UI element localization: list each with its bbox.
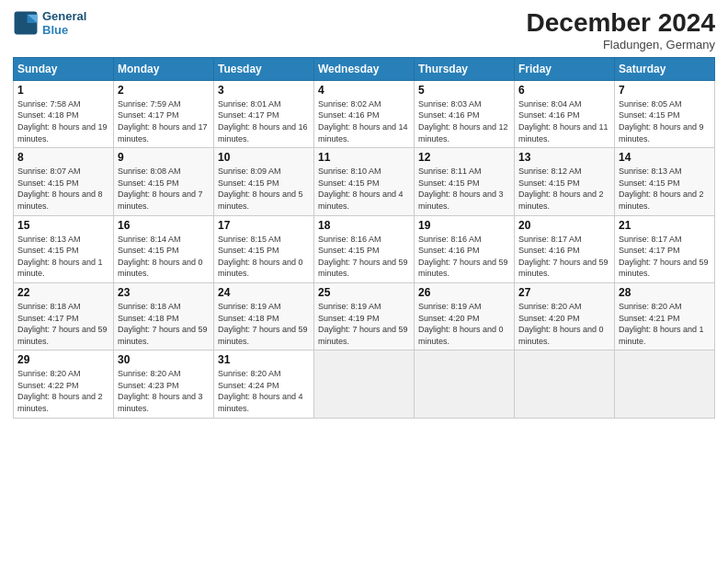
day-number: 3 bbox=[218, 84, 310, 97]
header-row: General Blue December 2024 Fladungen, Ge… bbox=[13, 9, 715, 52]
week-row-2: 8 Sunrise: 8:07 AM Sunset: 4:15 PM Dayli… bbox=[14, 148, 715, 215]
day-info: Sunrise: 8:17 AM Sunset: 4:16 PM Dayligh… bbox=[518, 234, 610, 280]
week-row-3: 15 Sunrise: 8:13 AM Sunset: 4:15 PM Dayl… bbox=[14, 215, 715, 282]
calendar-cell bbox=[314, 350, 415, 418]
day-number: 6 bbox=[518, 84, 610, 97]
day-number: 16 bbox=[118, 219, 210, 232]
day-number: 9 bbox=[118, 151, 210, 164]
day-info: Sunrise: 8:19 AM Sunset: 4:19 PM Dayligh… bbox=[318, 301, 410, 347]
day-info: Sunrise: 8:11 AM Sunset: 4:15 PM Dayligh… bbox=[418, 166, 510, 212]
calendar-cell: 24 Sunrise: 8:19 AM Sunset: 4:18 PM Dayl… bbox=[214, 282, 314, 350]
day-info: Sunrise: 8:14 AM Sunset: 4:15 PM Dayligh… bbox=[118, 234, 210, 280]
day-info: Sunrise: 8:19 AM Sunset: 4:18 PM Dayligh… bbox=[218, 301, 310, 347]
day-number: 15 bbox=[17, 219, 109, 232]
calendar-cell: 1 Sunrise: 7:58 AM Sunset: 4:18 PM Dayli… bbox=[14, 80, 114, 147]
day-info: Sunrise: 8:10 AM Sunset: 4:15 PM Dayligh… bbox=[318, 166, 410, 212]
week-row-4: 22 Sunrise: 8:18 AM Sunset: 4:17 PM Dayl… bbox=[14, 282, 715, 350]
day-number: 11 bbox=[318, 151, 410, 164]
calendar-cell: 6 Sunrise: 8:04 AM Sunset: 4:16 PM Dayli… bbox=[515, 80, 615, 147]
day-number: 2 bbox=[118, 84, 210, 97]
day-number: 25 bbox=[318, 286, 410, 299]
calendar-cell: 7 Sunrise: 8:05 AM Sunset: 4:15 PM Dayli… bbox=[615, 80, 715, 147]
logo: General Blue bbox=[13, 9, 86, 37]
day-number: 5 bbox=[418, 84, 510, 97]
day-info: Sunrise: 8:16 AM Sunset: 4:16 PM Dayligh… bbox=[418, 234, 510, 280]
day-number: 31 bbox=[218, 353, 310, 366]
day-info: Sunrise: 8:01 AM Sunset: 4:17 PM Dayligh… bbox=[218, 98, 310, 144]
calendar-cell: 10 Sunrise: 8:09 AM Sunset: 4:15 PM Dayl… bbox=[214, 148, 314, 215]
day-info: Sunrise: 8:17 AM Sunset: 4:17 PM Dayligh… bbox=[619, 234, 711, 280]
day-number: 24 bbox=[218, 286, 310, 299]
calendar-cell: 16 Sunrise: 8:14 AM Sunset: 4:15 PM Dayl… bbox=[114, 215, 214, 282]
calendar-cell: 5 Sunrise: 8:03 AM Sunset: 4:16 PM Dayli… bbox=[415, 80, 515, 147]
day-info: Sunrise: 8:18 AM Sunset: 4:18 PM Dayligh… bbox=[118, 301, 210, 347]
day-info: Sunrise: 8:15 AM Sunset: 4:15 PM Dayligh… bbox=[218, 234, 310, 280]
day-number: 14 bbox=[619, 151, 711, 164]
day-info: Sunrise: 8:20 AM Sunset: 4:23 PM Dayligh… bbox=[118, 368, 210, 414]
day-number: 27 bbox=[518, 286, 610, 299]
day-number: 18 bbox=[318, 219, 410, 232]
week-row-1: 1 Sunrise: 7:58 AM Sunset: 4:18 PM Dayli… bbox=[14, 80, 715, 147]
day-info: Sunrise: 8:03 AM Sunset: 4:16 PM Dayligh… bbox=[418, 98, 510, 144]
day-number: 4 bbox=[318, 84, 410, 97]
calendar-cell: 14 Sunrise: 8:13 AM Sunset: 4:15 PM Dayl… bbox=[615, 148, 715, 215]
calendar-cell: 9 Sunrise: 8:08 AM Sunset: 4:15 PM Dayli… bbox=[114, 148, 214, 215]
week-row-5: 29 Sunrise: 8:20 AM Sunset: 4:22 PM Dayl… bbox=[14, 350, 715, 418]
col-header-sunday: Sunday bbox=[14, 57, 114, 80]
day-info: Sunrise: 8:20 AM Sunset: 4:20 PM Dayligh… bbox=[518, 301, 610, 347]
day-info: Sunrise: 8:16 AM Sunset: 4:15 PM Dayligh… bbox=[318, 234, 410, 280]
calendar-cell: 8 Sunrise: 8:07 AM Sunset: 4:15 PM Dayli… bbox=[14, 148, 114, 215]
calendar-cell: 2 Sunrise: 7:59 AM Sunset: 4:17 PM Dayli… bbox=[114, 80, 214, 147]
calendar-cell: 15 Sunrise: 8:13 AM Sunset: 4:15 PM Dayl… bbox=[14, 215, 114, 282]
day-info: Sunrise: 8:13 AM Sunset: 4:15 PM Dayligh… bbox=[17, 234, 109, 280]
day-info: Sunrise: 8:02 AM Sunset: 4:16 PM Dayligh… bbox=[318, 98, 410, 144]
day-info: Sunrise: 8:08 AM Sunset: 4:15 PM Dayligh… bbox=[118, 166, 210, 212]
col-header-monday: Monday bbox=[114, 57, 214, 80]
page-container: General Blue December 2024 Fladungen, Ge… bbox=[0, 0, 728, 424]
logo-icon bbox=[13, 10, 39, 36]
calendar-cell: 27 Sunrise: 8:20 AM Sunset: 4:20 PM Dayl… bbox=[515, 282, 615, 350]
calendar-cell: 4 Sunrise: 8:02 AM Sunset: 4:16 PM Dayli… bbox=[314, 80, 415, 147]
col-header-thursday: Thursday bbox=[415, 57, 515, 80]
day-number: 17 bbox=[218, 219, 310, 232]
day-number: 29 bbox=[17, 353, 109, 366]
day-number: 13 bbox=[518, 151, 610, 164]
day-number: 22 bbox=[17, 286, 109, 299]
day-info: Sunrise: 8:20 AM Sunset: 4:24 PM Dayligh… bbox=[218, 368, 310, 414]
day-info: Sunrise: 7:58 AM Sunset: 4:18 PM Dayligh… bbox=[17, 98, 109, 144]
day-info: Sunrise: 8:19 AM Sunset: 4:20 PM Dayligh… bbox=[418, 301, 510, 347]
title-block: December 2024 Fladungen, Germany bbox=[527, 9, 715, 52]
day-info: Sunrise: 8:05 AM Sunset: 4:15 PM Dayligh… bbox=[619, 98, 711, 144]
day-number: 1 bbox=[17, 84, 109, 97]
col-header-tuesday: Tuesday bbox=[214, 57, 314, 80]
calendar-cell: 11 Sunrise: 8:10 AM Sunset: 4:15 PM Dayl… bbox=[314, 148, 415, 215]
day-number: 26 bbox=[418, 286, 510, 299]
calendar-header-row: SundayMondayTuesdayWednesdayThursdayFrid… bbox=[14, 57, 715, 80]
day-number: 7 bbox=[619, 84, 711, 97]
calendar-cell: 17 Sunrise: 8:15 AM Sunset: 4:15 PM Dayl… bbox=[214, 215, 314, 282]
col-header-friday: Friday bbox=[515, 57, 615, 80]
calendar-cell: 25 Sunrise: 8:19 AM Sunset: 4:19 PM Dayl… bbox=[314, 282, 415, 350]
calendar-cell bbox=[615, 350, 715, 418]
calendar-cell: 31 Sunrise: 8:20 AM Sunset: 4:24 PM Dayl… bbox=[214, 350, 314, 418]
day-info: Sunrise: 8:04 AM Sunset: 4:16 PM Dayligh… bbox=[518, 98, 610, 144]
calendar-cell bbox=[415, 350, 515, 418]
day-number: 10 bbox=[218, 151, 310, 164]
location: Fladungen, Germany bbox=[527, 38, 715, 52]
day-info: Sunrise: 8:09 AM Sunset: 4:15 PM Dayligh… bbox=[218, 166, 310, 212]
day-info: Sunrise: 8:20 AM Sunset: 4:21 PM Dayligh… bbox=[619, 301, 711, 347]
calendar-cell: 12 Sunrise: 8:11 AM Sunset: 4:15 PM Dayl… bbox=[415, 148, 515, 215]
day-info: Sunrise: 8:07 AM Sunset: 4:15 PM Dayligh… bbox=[17, 166, 109, 212]
day-info: Sunrise: 8:18 AM Sunset: 4:17 PM Dayligh… bbox=[17, 301, 109, 347]
day-number: 12 bbox=[418, 151, 510, 164]
calendar-cell: 3 Sunrise: 8:01 AM Sunset: 4:17 PM Dayli… bbox=[214, 80, 314, 147]
day-number: 21 bbox=[619, 219, 711, 232]
col-header-saturday: Saturday bbox=[615, 57, 715, 80]
calendar-cell: 20 Sunrise: 8:17 AM Sunset: 4:16 PM Dayl… bbox=[515, 215, 615, 282]
logo-text: General Blue bbox=[42, 9, 86, 37]
col-header-wednesday: Wednesday bbox=[314, 57, 415, 80]
calendar-cell bbox=[515, 350, 615, 418]
month-title: December 2024 bbox=[527, 9, 715, 38]
calendar-cell: 19 Sunrise: 8:16 AM Sunset: 4:16 PM Dayl… bbox=[415, 215, 515, 282]
day-number: 8 bbox=[17, 151, 109, 164]
